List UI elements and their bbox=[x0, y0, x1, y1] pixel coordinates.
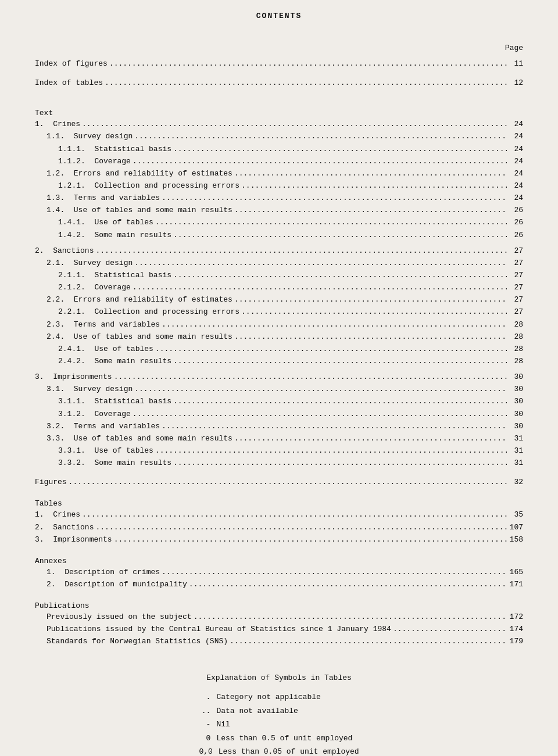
tables-2-num: 2. bbox=[35, 522, 53, 533]
chapter-2: 2. Sanctions 27 2.1. Survey design 27 2.… bbox=[35, 245, 523, 367]
s3-3-page: 31 bbox=[509, 433, 523, 445]
s2-4-num: 2.4. bbox=[46, 331, 74, 343]
explanation-block: Explanation of Symbols in Tables . Categ… bbox=[35, 671, 523, 756]
pub-1-title: Previously issued on the subject bbox=[46, 611, 192, 623]
chapter-1-row: 1. Crimes 24 bbox=[35, 119, 523, 130]
s3-1-1-num: 3.1.1. bbox=[58, 396, 94, 407]
pub-3-row: Standards for Norwegian Statistics (SNS)… bbox=[35, 636, 523, 647]
s2-4-1-page: 28 bbox=[509, 343, 523, 355]
s3-1-row: 3.1. Survey design 30 bbox=[35, 384, 523, 395]
s3-1-2-num: 3.1.2. bbox=[58, 409, 94, 420]
s3-1-page: 30 bbox=[509, 384, 523, 395]
tables-2-page: 107 bbox=[509, 522, 523, 533]
s2-2-row: 2.2. Errors and reliability of estimates… bbox=[35, 294, 523, 306]
exp-text-4: Less than 0.5 of unit employed bbox=[216, 732, 359, 745]
exp-symbol-3: - bbox=[199, 718, 210, 731]
pub-3-title: Standards for Norwegian Statistics (SNS) bbox=[46, 636, 228, 647]
s2-2-1-title: Collection and processing errors bbox=[94, 306, 239, 318]
s2-3-row: 2.3. Terms and variables 28 bbox=[35, 319, 523, 331]
s2-1-row: 2.1. Survey design 27 bbox=[35, 257, 523, 269]
s3-1-2-page: 30 bbox=[509, 409, 523, 420]
tables-2-title: Sanctions bbox=[53, 522, 94, 533]
text-label: Text bbox=[35, 109, 523, 117]
exp-symbol-5: 0,0 bbox=[199, 745, 212, 756]
s1-3-num: 1.3. bbox=[46, 192, 74, 204]
dots bbox=[95, 245, 507, 257]
s3-3-2-page: 31 bbox=[509, 457, 523, 469]
s2-4-1-num: 2.4.1. bbox=[58, 343, 94, 355]
s3-3-title: Use of tables and some main results bbox=[74, 433, 233, 445]
s1-2-row: 1.2. Errors and reliability of estimates… bbox=[35, 168, 523, 180]
tables-3-title: Imprisonments bbox=[53, 534, 112, 546]
tables-1-row: 1. Crimes 35 bbox=[35, 509, 523, 521]
exp-symbol-2: .. bbox=[199, 704, 210, 718]
exp-text-2: Data not available bbox=[216, 704, 359, 718]
s2-1-num: 2.1. bbox=[46, 257, 74, 269]
index-of-figures-row: Index of figures 11 bbox=[35, 58, 523, 70]
s3-1-2-title: Coverage bbox=[94, 409, 130, 420]
dots bbox=[134, 257, 507, 269]
s2-1-1-row: 2.1.1. Statistical basis 27 bbox=[35, 270, 523, 281]
chapter-1: 1. Crimes 24 1.1. Survey design 24 1.1.1… bbox=[35, 119, 523, 241]
s2-4-2-page: 28 bbox=[509, 356, 523, 367]
dots bbox=[134, 131, 507, 142]
s3-1-1-title: Statistical basis bbox=[94, 396, 171, 407]
annexes-1-row: 1. Description of crimes 165 bbox=[35, 567, 523, 578]
annexes-2-page: 171 bbox=[509, 579, 523, 590]
exp-row-3: - Nil bbox=[199, 718, 359, 731]
s3-1-1-row: 3.1.1. Statistical basis 30 bbox=[35, 396, 523, 407]
s3-3-1-num: 3.3.1. bbox=[58, 445, 94, 457]
figures-section: Figures 32 bbox=[35, 476, 523, 488]
chapter-3-title: Imprisonments bbox=[53, 371, 112, 383]
s1-4-1-row: 1.4.1. Use of tables 26 bbox=[35, 217, 523, 228]
exp-symbol-4: 0 bbox=[199, 732, 210, 745]
s2-1-2-title: Coverage bbox=[94, 282, 130, 293]
tables-3-row: 3. Imprisonments 158 bbox=[35, 534, 523, 546]
figures-page: 32 bbox=[509, 476, 523, 488]
s3-2-row: 3.2. Terms and variables 30 bbox=[35, 421, 523, 432]
s1-4-1-page: 26 bbox=[509, 217, 523, 228]
s1-2-1-page: 24 bbox=[509, 180, 523, 192]
dots bbox=[241, 180, 507, 192]
dots bbox=[162, 192, 507, 204]
s1-1-2-title: Coverage bbox=[94, 156, 130, 167]
s3-2-page: 30 bbox=[509, 421, 523, 432]
dots bbox=[133, 156, 507, 167]
s2-2-title: Errors and reliability of estimates bbox=[74, 294, 233, 306]
exp-text-1: Category not applicable bbox=[216, 690, 359, 704]
s2-2-1-page: 27 bbox=[509, 306, 523, 318]
dots bbox=[162, 567, 507, 578]
s1-4-1-num: 1.4.1. bbox=[58, 217, 94, 228]
index-of-figures-page: 11 bbox=[509, 58, 523, 70]
s2-3-title: Terms and variables bbox=[74, 319, 160, 331]
s2-4-page: 28 bbox=[509, 331, 523, 343]
s1-4-2-row: 1.4.2. Some main results 26 bbox=[35, 230, 523, 241]
s1-4-page: 26 bbox=[509, 205, 523, 216]
s1-3-row: 1.3. Terms and variables 24 bbox=[35, 192, 523, 204]
s1-2-1-row: 1.2.1. Collection and processing errors … bbox=[35, 180, 523, 192]
dots bbox=[189, 579, 507, 590]
dots bbox=[234, 331, 507, 343]
s1-4-title: Use of tables and some main results bbox=[74, 205, 233, 216]
chapter-2-page: 27 bbox=[509, 245, 523, 257]
dots bbox=[82, 509, 507, 521]
annexes-section: Annexes 1. Description of crimes 165 2. … bbox=[35, 557, 523, 590]
annexes-1-title: Description of crimes bbox=[65, 567, 160, 578]
tables-1-num: 1. bbox=[35, 509, 53, 521]
s1-1-title: Survey design bbox=[74, 131, 133, 142]
pub-2-page: 174 bbox=[509, 624, 523, 635]
s3-3-1-page: 31 bbox=[509, 445, 523, 457]
exp-row-1: . Category not applicable bbox=[199, 690, 359, 704]
figures-label: Figures bbox=[35, 476, 67, 488]
dots bbox=[134, 384, 507, 395]
annexes-2-title: Description of municipality bbox=[65, 579, 187, 590]
dots bbox=[155, 343, 507, 355]
dots bbox=[173, 144, 507, 155]
exp-row-2: .. Data not available bbox=[199, 704, 359, 718]
top-entries: Index of figures 11 Index of tables 12 bbox=[35, 58, 523, 89]
chapter-3-num: 3. bbox=[35, 371, 53, 383]
s3-3-num: 3.3. bbox=[46, 433, 74, 445]
dots bbox=[82, 119, 507, 130]
s1-1-1-num: 1.1.1. bbox=[58, 144, 94, 155]
s3-1-num: 3.1. bbox=[46, 384, 74, 395]
